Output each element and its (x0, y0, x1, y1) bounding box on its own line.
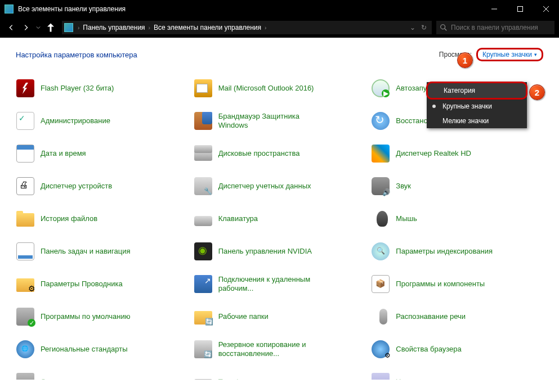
svg-rect-1 (518, 6, 523, 11)
item-icon (16, 340, 35, 359)
control-panel-item[interactable]: Телефон и модем (194, 371, 366, 380)
item-icon (194, 144, 213, 163)
refresh-icon[interactable]: ↻ (418, 24, 430, 31)
control-panel-item[interactable]: Свойства браузера (371, 338, 543, 361)
item-icon (371, 242, 390, 261)
item-label: Распознавание речи (396, 312, 466, 321)
control-panel-item[interactable]: История файлов (16, 208, 188, 230)
control-panel-item[interactable]: Резервное копирование и восстановление..… (194, 338, 366, 361)
maximize-button[interactable] (507, 0, 533, 17)
item-icon (371, 177, 390, 196)
item-icon (16, 242, 35, 261)
item-icon (16, 274, 35, 294)
control-panel-item[interactable]: Flash Player (32 бита) (16, 77, 188, 100)
item-label: Клавиатура (218, 214, 258, 223)
window-title: Все элементы панели управления (18, 5, 481, 13)
control-panel-item[interactable]: Панель управления NVIDIA (194, 240, 366, 263)
control-panel-item[interactable]: Диспетчер учетных данных (194, 175, 366, 197)
control-panel-item[interactable]: Брандмауэр Защитника Windows (194, 110, 366, 132)
control-panel-item[interactable]: Рабочие папки (194, 305, 366, 328)
annotation-marker-2: 2 (529, 84, 545, 100)
item-label: Брандмауэр Защитника Windows (218, 112, 331, 130)
svg-point-4 (441, 25, 445, 29)
item-label: Дисковые пространства (218, 149, 300, 158)
dropdown-label: Мелкие значки (442, 117, 489, 125)
control-panel-item[interactable]: Дата и время (16, 142, 188, 165)
up-button[interactable] (44, 21, 57, 34)
minimize-button[interactable] (481, 0, 507, 17)
control-panel-item[interactable]: Параметры индексирования (371, 240, 543, 263)
item-label: Мышь (396, 214, 417, 223)
control-panel-item[interactable]: Программы по умолчанию (16, 305, 188, 328)
item-label: Программы по умолчанию (41, 312, 130, 321)
back-button[interactable] (5, 21, 18, 34)
viewby-dropdown-button[interactable]: Крупные значки (476, 48, 543, 61)
control-panel-item[interactable]: Региональные стандарты (16, 338, 188, 361)
close-button[interactable] (533, 0, 559, 17)
item-label: Параметры Проводника (41, 280, 123, 289)
item-icon (371, 372, 390, 380)
titlebar: Все элементы панели управления (0, 0, 559, 17)
item-label: Flash Player (32 бита) (41, 84, 114, 93)
control-panel-item[interactable]: Мышь (371, 208, 543, 230)
dropdown-item-large-icons[interactable]: Крупные значки (427, 99, 527, 114)
control-panel-icon (5, 4, 14, 13)
control-panel-item[interactable]: Подключения к удаленным рабочим... (194, 273, 366, 295)
item-label: Система (41, 377, 70, 380)
forward-button[interactable] (19, 21, 33, 34)
viewby-dropdown-menu: Категория Крупные значки Мелкие значки (427, 82, 527, 128)
item-label: Диспетчер Realtek HD (396, 149, 471, 158)
address-bar[interactable]: › Панель управления › Все элементы панел… (62, 21, 432, 34)
item-icon (194, 111, 213, 130)
svg-line-5 (445, 29, 447, 31)
item-label: Региональные стандарты (41, 345, 127, 354)
item-icon (16, 79, 35, 98)
item-icon (194, 209, 213, 228)
dropdown-item-category[interactable]: Категория (426, 82, 527, 100)
breadcrumb-root[interactable]: Панель управления (81, 24, 147, 31)
item-label: Подключения к удаленным рабочим... (218, 275, 331, 294)
item-icon (194, 242, 213, 261)
item-icon (194, 79, 213, 98)
item-icon (194, 372, 213, 380)
dropdown-item-small-icons[interactable]: Мелкие значки (427, 114, 527, 128)
item-icon (371, 209, 390, 228)
control-panel-item[interactable]: Диспетчер устройств (16, 175, 188, 197)
history-dropdown[interactable] (34, 21, 43, 34)
item-label: Панель управления NVIDIA (218, 247, 312, 256)
search-input[interactable] (451, 24, 551, 31)
item-label: Панель задач и навигация (41, 247, 131, 256)
control-panel-item[interactable]: Программы и компоненты (371, 273, 543, 295)
item-icon (16, 372, 35, 380)
separator-icon: › (147, 25, 151, 31)
control-panel-item[interactable]: Звук (371, 175, 543, 197)
item-label: Дата и время (41, 149, 86, 158)
control-panel-item[interactable]: Mail (Microsoft Outlook 2016) (194, 77, 366, 100)
control-panel-item[interactable]: Управление цветом (371, 371, 543, 380)
chevron-down-icon[interactable]: ⌄ (407, 24, 418, 31)
page-title: Настройка параметров компьютера (16, 51, 439, 59)
control-panel-item[interactable]: Панель задач и навигация (16, 240, 188, 263)
item-label: Программы и компоненты (396, 280, 485, 289)
control-panel-item[interactable]: Администрирование (16, 110, 188, 132)
separator-icon: › (263, 25, 267, 31)
item-icon (371, 79, 390, 98)
item-icon (194, 340, 213, 359)
control-panel-item[interactable]: Система (16, 371, 188, 380)
control-panel-item[interactable]: Клавиатура (194, 208, 366, 230)
item-icon (16, 307, 35, 326)
control-panel-item[interactable]: Параметры Проводника (16, 273, 188, 295)
item-icon (371, 274, 390, 294)
item-label: История файлов (41, 214, 97, 223)
item-icon (194, 177, 213, 196)
control-panel-item[interactable]: Диспетчер Realtek HD (371, 142, 543, 165)
navbar: › Панель управления › Все элементы панел… (0, 17, 559, 38)
item-label: Управление цветом (396, 377, 463, 380)
control-panel-item[interactable]: Дисковые пространства (194, 142, 366, 165)
item-icon (16, 144, 35, 163)
search-box[interactable] (436, 21, 554, 34)
breadcrumb-current[interactable]: Все элементы панели управления (151, 24, 263, 31)
item-label: Администрирование (41, 116, 110, 125)
truncated-row: СистемаТелефон и модемУправление цветом (16, 371, 543, 380)
control-panel-item[interactable]: Распознавание речи (371, 305, 543, 328)
